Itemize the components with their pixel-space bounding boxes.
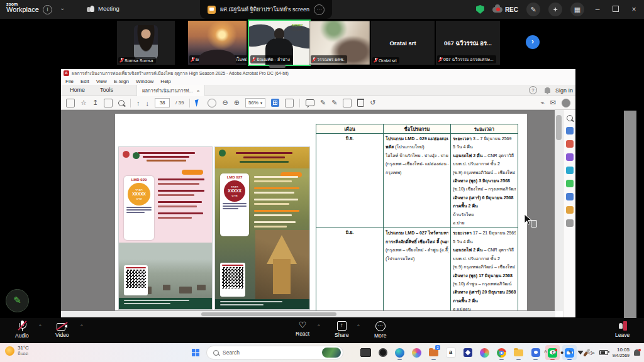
app-sphere[interactable]: [477, 345, 492, 360]
menu-file[interactable]: File: [65, 79, 74, 84]
start-button[interactable]: [192, 349, 199, 356]
stamp-tool-icon[interactable]: [566, 206, 574, 214]
export-pdf-tool-icon[interactable]: [566, 153, 574, 161]
battery-icon[interactable]: [599, 350, 608, 355]
participant-tile[interactable]: Oratai srt Oratai srt: [371, 21, 435, 65]
vertical-scrollbar[interactable]: [555, 110, 563, 311]
react-options-chevron[interactable]: ^: [318, 323, 320, 329]
zoom-out-icon[interactable]: ⊖: [222, 99, 228, 107]
apps-icon[interactable]: ▦: [570, 3, 584, 16]
fill-sign-tool-icon[interactable]: [566, 193, 574, 200]
participant-tile[interactable]: วรรณพร ผคช.: [309, 21, 370, 65]
pen-input-icon[interactable]: ✎: [568, 349, 573, 356]
tab-options-icon[interactable]: ⋯: [314, 4, 325, 15]
page-number-input[interactable]: 38: [155, 98, 170, 107]
rulers-icon[interactable]: [285, 99, 294, 107]
react-button[interactable]: ♡ React: [296, 321, 309, 337]
taskbar-search[interactable]: Search: [206, 346, 343, 359]
tab-screen-share[interactable]: ผศ.ณัฐนินท์ ฐิติยาปราโมทย์'s screen ⋯: [200, 0, 332, 19]
next-participants-button[interactable]: ›: [526, 35, 540, 49]
app-chrome[interactable]: [494, 345, 509, 360]
zoom-level-select[interactable]: 56% ▾: [245, 98, 265, 107]
chevron-down-icon[interactable]: ⌄: [60, 4, 65, 11]
organize-pages-tool-icon[interactable]: [566, 167, 574, 174]
previous-page-icon[interactable]: ↑: [136, 99, 140, 107]
tab-meeting[interactable]: Meeting: [87, 5, 119, 12]
annotate-icon[interactable]: ✎: [526, 3, 540, 16]
notifications-bell-icon[interactable]: [545, 87, 550, 93]
weather-widget[interactable]: 31°C มีแดด: [5, 345, 29, 357]
app-amazon[interactable]: a: [443, 345, 458, 360]
menu-help[interactable]: Help: [160, 79, 170, 84]
maximize-button[interactable]: [611, 5, 621, 14]
horizontal-scrollbar[interactable]: [61, 311, 555, 317]
info-icon[interactable]: i: [43, 5, 52, 14]
link-icon[interactable]: ⌁: [540, 99, 545, 107]
more-button[interactable]: ⋯ More: [374, 321, 386, 339]
menu-edit[interactable]: Edit: [80, 79, 89, 84]
app-folder-badge[interactable]: 2: [426, 345, 441, 360]
leave-button[interactable]: Leave: [615, 321, 630, 338]
tab-home[interactable]: Home: [70, 87, 85, 93]
recording-indicator[interactable]: REC: [492, 6, 518, 13]
sync-status-icon[interactable]: ↻: [551, 349, 556, 356]
app-file-explorer[interactable]: [511, 345, 526, 360]
app-copilot[interactable]: [409, 345, 424, 360]
help-icon[interactable]: ?: [529, 86, 537, 94]
app-dropbox[interactable]: [460, 345, 475, 360]
close-document-icon[interactable]: ×: [197, 88, 200, 94]
undo-icon[interactable]: ↺: [370, 99, 375, 107]
select-tool-icon[interactable]: [195, 99, 203, 107]
security-shield-icon[interactable]: [476, 5, 484, 14]
comment-tool-icon[interactable]: [566, 180, 574, 187]
sign-pen-icon[interactable]: ✎: [331, 99, 337, 107]
share-button[interactable]: ↑ Share: [335, 321, 349, 338]
pencil-edit-icon[interactable]: ✎: [320, 99, 326, 107]
pdf-canvas[interactable]: LMD 029 ราคา XXXXX บาท: [61, 110, 555, 311]
strip-collapse-handle[interactable]: [269, 65, 286, 68]
account-icon[interactable]: [562, 99, 570, 107]
close-button[interactable]: ×: [629, 5, 639, 14]
video-options-chevron[interactable]: ^: [80, 323, 83, 329]
page-fit-icon[interactable]: [271, 99, 279, 107]
network-icon[interactable]: [577, 351, 584, 354]
more-tools-icon[interactable]: [566, 219, 574, 227]
search-tool-icon[interactable]: [567, 115, 573, 121]
menu-window[interactable]: Window: [136, 79, 153, 84]
menu-esign[interactable]: E-Sign: [114, 79, 129, 84]
share-options-chevron[interactable]: ^: [357, 323, 360, 329]
participant-tile[interactable]: Somsa Somsa: [117, 21, 175, 65]
find-icon[interactable]: [118, 100, 125, 106]
taskbar-clock[interactable]: 10:05 9/4/2569: [613, 347, 630, 359]
zoom-in-icon[interactable]: ⊕: [234, 99, 240, 107]
app-window[interactable]: [358, 345, 373, 360]
notification-bell-icon[interactable]: [634, 349, 640, 356]
onedrive-icon[interactable]: ●: [560, 349, 564, 356]
ai-companion-icon[interactable]: [548, 3, 562, 16]
scrollbar-thumb[interactable]: [201, 312, 336, 316]
search-daily-image[interactable]: [322, 348, 341, 358]
create-pdf-tool-icon[interactable]: [566, 127, 574, 134]
minimize-button[interactable]: –: [592, 5, 602, 14]
comment-icon[interactable]: [306, 99, 314, 106]
app-edge[interactable]: [392, 345, 407, 360]
tab-tools[interactable]: Tools: [100, 87, 113, 93]
participant-tile[interactable]: 067 ฉวีวรรณ อร... 067 ฉวีวรรณ อรรคเศรษ..…: [436, 21, 500, 65]
edit-pdf-tool-icon[interactable]: [566, 140, 574, 148]
export-icon[interactable]: [343, 99, 352, 107]
app-blue-chat[interactable]: [528, 345, 543, 360]
hand-tool-icon[interactable]: [208, 99, 216, 107]
tray-expand-chevron[interactable]: ^: [544, 349, 547, 356]
print-icon[interactable]: [104, 99, 113, 107]
app-dark-circle[interactable]: [375, 345, 390, 360]
scrollbar-thumb[interactable]: [556, 115, 562, 140]
video-button[interactable]: Video: [55, 321, 69, 338]
tab-document[interactable]: ผลการดำเนินงานการท่... ×: [136, 85, 205, 96]
participant-tile[interactable]: ผศ.ณัฐนินท์ ฐิติยาปราโมทย์: [188, 21, 247, 65]
share-upload-icon[interactable]: ↥: [92, 99, 98, 107]
annotation-pencil-button[interactable]: ✎: [6, 289, 29, 312]
volume-muted-icon[interactable]: ◁×: [588, 350, 595, 356]
star-icon[interactable]: ☆: [80, 99, 87, 107]
participant-tile-active-speaker[interactable]: NOMY Network ปัณณทัต - ลำปาง: [248, 19, 311, 66]
delete-icon[interactable]: [357, 99, 364, 107]
